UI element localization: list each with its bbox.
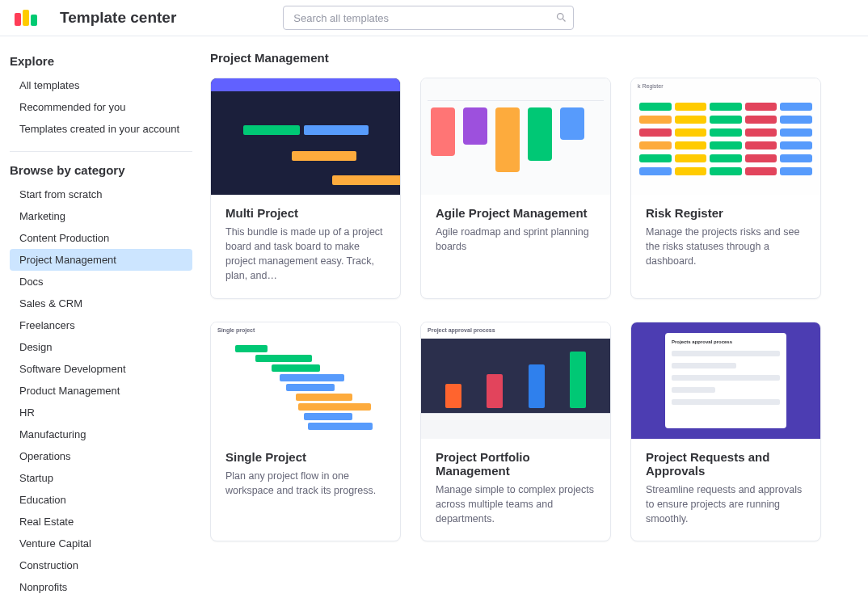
template-card-desc: Plan any project flow in one workspace a… bbox=[225, 469, 386, 498]
category-item[interactable]: Project Management bbox=[10, 249, 192, 271]
template-card-desc: Manage simple to complex projects across… bbox=[436, 482, 596, 526]
explore-item[interactable]: Recommended for you bbox=[10, 96, 192, 118]
category-item[interactable]: Design bbox=[10, 336, 192, 358]
search-wrap bbox=[283, 6, 574, 30]
top-bar: Template center bbox=[0, 0, 868, 36]
category-item[interactable]: Product Management bbox=[10, 380, 192, 402]
app-title: Template center bbox=[60, 9, 176, 27]
category-item[interactable]: Education bbox=[10, 489, 192, 511]
svg-line-1 bbox=[563, 19, 566, 21]
template-card[interactable]: Project approval process Project Portfol… bbox=[420, 322, 611, 541]
template-card-desc: Manage the projects risks and see the ri… bbox=[646, 225, 806, 268]
category-item[interactable]: Content Production bbox=[10, 227, 192, 249]
page-title: Project Management bbox=[210, 51, 849, 65]
template-card-title: Agile Project Management bbox=[436, 206, 596, 220]
template-card[interactable]: k Register Risk Register Manage the proj… bbox=[630, 78, 821, 299]
svg-point-0 bbox=[558, 14, 564, 20]
category-item[interactable]: Docs bbox=[10, 271, 192, 293]
explore-item[interactable]: All templates bbox=[10, 74, 192, 96]
template-card[interactable]: Single project Single Project Plan any p… bbox=[210, 322, 401, 541]
category-item[interactable]: Marketing bbox=[10, 205, 192, 227]
divider bbox=[10, 151, 192, 152]
category-item[interactable]: Construction bbox=[10, 554, 192, 576]
category-item[interactable]: Freelancers bbox=[10, 314, 192, 336]
template-card[interactable]: Multi Project This bundle is made up of … bbox=[210, 78, 401, 299]
category-item[interactable]: Venture Capital bbox=[10, 533, 192, 554]
explore-header: Explore bbox=[10, 54, 192, 68]
category-item[interactable]: Nonprofits bbox=[10, 576, 192, 598]
category-item[interactable]: Startup bbox=[10, 467, 192, 489]
template-card-title: Risk Register bbox=[646, 206, 806, 220]
sidebar: Explore All templatesRecommended for you… bbox=[0, 36, 200, 598]
category-item[interactable]: Operations bbox=[10, 445, 192, 467]
category-item[interactable]: Manufacturing bbox=[10, 423, 192, 445]
template-card-title: Project Requests and Approvals bbox=[646, 450, 806, 478]
logo-icon bbox=[15, 10, 37, 26]
template-card-desc: Streamline requests and approvals to ens… bbox=[646, 482, 806, 526]
template-card[interactable]: Projects approval process Project Reques… bbox=[630, 322, 821, 541]
template-card-desc: This bundle is made up of a project boar… bbox=[225, 225, 386, 284]
browse-header: Browse by category bbox=[10, 163, 192, 177]
search-icon bbox=[555, 11, 567, 23]
template-card-title: Project Portfolio Management bbox=[436, 450, 596, 478]
template-card-desc: Agile roadmap and sprint planning boards bbox=[436, 225, 596, 254]
category-item[interactable]: Start from scratch bbox=[10, 183, 192, 205]
template-card[interactable]: Agile Project Management Agile roadmap a… bbox=[420, 78, 611, 299]
main-content: Project Management Multi Project This bu… bbox=[200, 36, 868, 598]
search-input[interactable] bbox=[283, 6, 574, 30]
category-item[interactable]: Software Development bbox=[10, 358, 192, 380]
template-card-title: Single Project bbox=[225, 450, 386, 464]
template-card-title: Multi Project bbox=[225, 206, 386, 220]
explore-item[interactable]: Templates created in your account bbox=[10, 118, 192, 140]
category-item[interactable]: Real Estate bbox=[10, 511, 192, 533]
category-item[interactable]: HR bbox=[10, 402, 192, 423]
category-item[interactable]: Sales & CRM bbox=[10, 293, 192, 314]
